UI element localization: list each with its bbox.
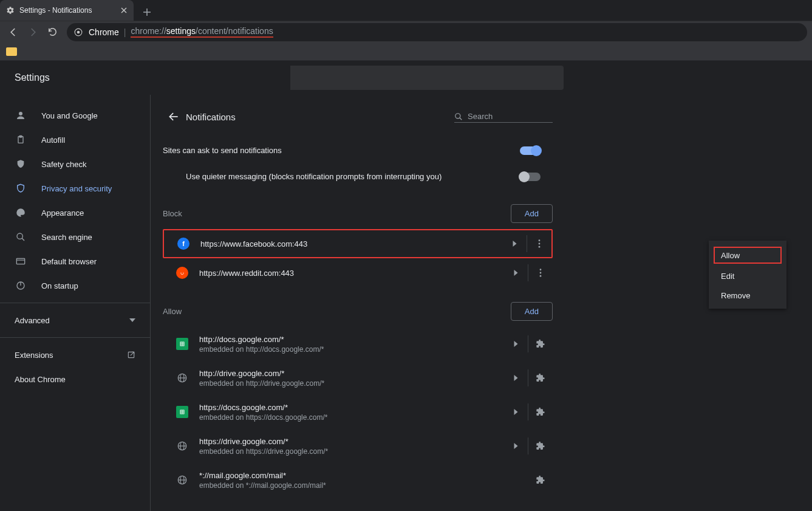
allow-site-row[interactable]: http://docs.google.com/* embedded on htt… bbox=[163, 327, 553, 361]
sheets-favicon bbox=[176, 338, 188, 350]
svg-rect-11 bbox=[16, 258, 24, 264]
more-actions-button[interactable] bbox=[528, 261, 553, 285]
address-bar[interactable]: Chrome | chrome://settings/content/notif… bbox=[67, 23, 807, 41]
expand-icon[interactable] bbox=[502, 231, 527, 256]
sidebar-item-privacy-security[interactable]: Privacy and security bbox=[0, 176, 150, 201]
search-icon bbox=[454, 112, 463, 121]
extension-icon[interactable] bbox=[528, 366, 553, 390]
extension-icon[interactable] bbox=[528, 468, 553, 492]
svg-point-23 bbox=[539, 239, 541, 241]
site-url: https://www.reddit.com:443 bbox=[199, 269, 503, 278]
toggle-sites-can-ask[interactable] bbox=[520, 146, 541, 155]
block-site-row-reddit[interactable]: https://www.reddit.com:443 bbox=[163, 258, 553, 287]
back-arrow-button[interactable] bbox=[163, 106, 185, 128]
svg-point-25 bbox=[539, 246, 541, 248]
site-subtext: embedded on http://drive.google.com/* bbox=[199, 379, 503, 388]
block-site-row-facebook[interactable]: f https://www.facebook.com:443 bbox=[163, 229, 553, 258]
svg-line-21 bbox=[460, 117, 462, 120]
tab-title: Settings - Notifications bbox=[19, 6, 119, 15]
shield-check-icon bbox=[15, 159, 27, 170]
sidebar-item-on-startup[interactable]: On startup bbox=[0, 273, 150, 298]
sidebar-item-appearance[interactable]: Appearance bbox=[0, 201, 150, 225]
external-link-icon bbox=[127, 351, 135, 359]
sidebar-item-search-engine[interactable]: Search engine bbox=[0, 225, 150, 249]
sidebar-item-default-browser[interactable]: Default browser bbox=[0, 249, 150, 273]
expand-icon[interactable] bbox=[503, 434, 528, 458]
svg-point-30 bbox=[540, 269, 542, 270]
sidebar-advanced-toggle[interactable]: Advanced bbox=[0, 308, 150, 332]
page-title: Notifications bbox=[186, 112, 454, 122]
sidebar-item-you-and-google[interactable]: You and Google bbox=[0, 103, 150, 128]
allow-site-row[interactable]: https://docs.google.com/* embedded on ht… bbox=[163, 395, 553, 429]
allow-section-header: Allow Add bbox=[163, 302, 553, 321]
ctx-remove[interactable]: Remove bbox=[709, 286, 786, 305]
svg-marker-37 bbox=[514, 341, 517, 347]
add-allow-button[interactable]: Add bbox=[511, 302, 553, 321]
divider bbox=[0, 337, 150, 338]
sidebar-item-safety-check[interactable]: Safety check bbox=[0, 152, 150, 176]
svg-point-9 bbox=[17, 233, 22, 239]
site-url: http://drive.google.com/* bbox=[199, 369, 503, 378]
svg-point-24 bbox=[539, 243, 541, 245]
forward-button[interactable] bbox=[24, 24, 41, 41]
ctx-allow[interactable]: Allow bbox=[712, 245, 783, 265]
site-url: http://docs.google.com/* bbox=[199, 335, 503, 344]
sidebar-item-label: You and Google bbox=[41, 111, 98, 120]
close-icon[interactable] bbox=[119, 5, 129, 15]
allow-site-row[interactable]: https://drive.google.com/* embedded on h… bbox=[163, 429, 553, 463]
expand-icon[interactable] bbox=[503, 400, 528, 424]
svg-point-26 bbox=[179, 270, 185, 276]
browser-tab[interactable]: Settings - Notifications bbox=[0, 0, 134, 21]
svg-point-6 bbox=[19, 112, 22, 115]
more-actions-button[interactable] bbox=[527, 231, 551, 256]
svg-marker-22 bbox=[513, 241, 516, 247]
back-button[interactable] bbox=[5, 24, 22, 41]
svg-point-31 bbox=[540, 272, 542, 274]
svg-marker-29 bbox=[514, 270, 517, 276]
setting-sites-can-ask: Sites can ask to send notifications bbox=[163, 137, 553, 163]
extension-icon[interactable] bbox=[528, 332, 553, 356]
svg-point-27 bbox=[180, 273, 182, 274]
settings-title: Settings bbox=[15, 72, 50, 83]
reload-button[interactable] bbox=[44, 24, 61, 41]
sidebar-item-label: Autofill bbox=[41, 135, 65, 145]
sidebar-item-label: Default browser bbox=[41, 257, 97, 266]
browser-toolbar: Chrome | chrome://settings/content/notif… bbox=[0, 21, 812, 43]
clipboard-icon bbox=[15, 134, 27, 145]
settings-sidebar: You and Google Autofill Safety check Pri… bbox=[0, 61, 151, 511]
extension-icon[interactable] bbox=[528, 434, 553, 458]
sidebar-item-label: Search engine bbox=[41, 233, 92, 242]
extension-icon[interactable] bbox=[528, 400, 553, 424]
new-tab-button[interactable] bbox=[138, 4, 155, 21]
sidebar-item-autofill[interactable]: Autofill bbox=[0, 128, 150, 152]
expand-icon[interactable] bbox=[503, 261, 528, 285]
bookmark-folder-icon[interactable] bbox=[6, 47, 17, 56]
content-area: You and Google Autofill Safety check Pri… bbox=[0, 61, 812, 511]
shield-icon bbox=[15, 183, 27, 194]
site-subtext: embedded on http://docs.google.com/* bbox=[199, 345, 503, 354]
svg-marker-15 bbox=[129, 318, 135, 322]
allow-heading: Allow bbox=[163, 307, 182, 316]
browser-tab-bar: Settings - Notifications bbox=[0, 0, 812, 21]
setting-label: Sites can ask to send notifications bbox=[163, 146, 282, 155]
site-subtext: embedded on https://docs.google.com/* bbox=[199, 413, 503, 422]
context-menu: Allow Edit Remove bbox=[709, 241, 786, 309]
sidebar-extensions-link[interactable]: Extensions bbox=[0, 343, 150, 367]
expand-icon[interactable] bbox=[503, 366, 528, 390]
palette-icon bbox=[15, 207, 27, 218]
allow-site-row[interactable]: *://mail.google.com/mail* embedded on *:… bbox=[163, 463, 553, 497]
page-search[interactable] bbox=[454, 111, 553, 123]
setting-quieter-messaging: Use quieter messaging (blocks notificati… bbox=[163, 163, 553, 190]
ctx-edit[interactable]: Edit bbox=[709, 266, 786, 286]
svg-point-32 bbox=[540, 275, 542, 277]
svg-marker-41 bbox=[514, 375, 517, 381]
page-search-input[interactable] bbox=[468, 112, 541, 121]
allow-site-row[interactable]: http://drive.google.com/* embedded on ht… bbox=[163, 361, 553, 395]
divider: | bbox=[124, 27, 126, 37]
svg-line-10 bbox=[22, 238, 24, 241]
sidebar-about-link[interactable]: About Chrome bbox=[0, 367, 150, 391]
add-block-button[interactable]: Add bbox=[511, 204, 553, 223]
expand-icon[interactable] bbox=[503, 332, 528, 356]
gear-icon bbox=[6, 6, 15, 15]
toggle-quieter-messaging[interactable] bbox=[520, 173, 541, 181]
